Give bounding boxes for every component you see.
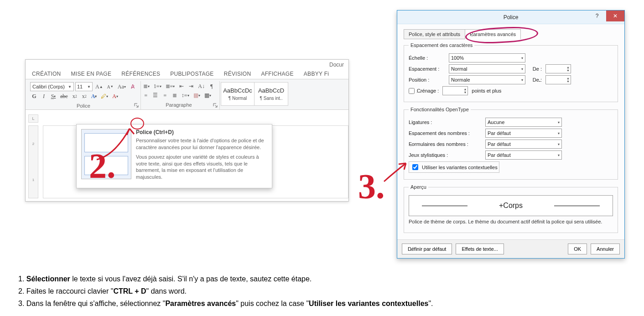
numforms-combo[interactable]: Par défaut ▾ bbox=[485, 140, 562, 149]
decrease-indent-icon[interactable]: ⇤ bbox=[177, 82, 186, 90]
contextual-alternates-checkbox[interactable] bbox=[412, 164, 418, 170]
dialog-title: Police bbox=[504, 14, 519, 21]
line-spacing-icon[interactable]: ↕≡▾ bbox=[180, 91, 191, 99]
ligatures-combo[interactable]: Aucune ▾ bbox=[485, 118, 562, 127]
increase-indent-icon[interactable]: ⇥ bbox=[187, 82, 195, 90]
apercu-legend: Aperçu bbox=[409, 184, 428, 190]
scale-label: Échelle : bbox=[409, 55, 445, 61]
vertical-ruler: 2 1 bbox=[28, 125, 38, 198]
ok-button[interactable]: OK bbox=[568, 243, 587, 254]
instruction-2: 2. Faites le raccourci clavier "CTRL + D… bbox=[18, 285, 433, 297]
position-value: Normale bbox=[451, 77, 470, 83]
tab-creation[interactable]: CRÉATION bbox=[32, 71, 61, 77]
subscript-button[interactable]: x2 bbox=[71, 92, 79, 100]
spacing-combo[interactable]: Normal ▾ bbox=[449, 64, 525, 73]
font-size-value: 11 bbox=[77, 84, 83, 89]
text-effects-button[interactable]: Effets de texte... bbox=[456, 243, 504, 254]
strike-button[interactable]: abc bbox=[59, 92, 69, 100]
kerning-label: Crénage : bbox=[417, 88, 439, 93]
show-marks-icon[interactable]: ¶ bbox=[208, 82, 216, 90]
group-espacement: Espacement des caractères Échelle : 100%… bbox=[404, 42, 618, 102]
text-effects-icon[interactable]: A ▾ bbox=[90, 92, 99, 100]
bold-button[interactable]: G bbox=[30, 92, 38, 100]
align-right-icon[interactable]: ≡ bbox=[161, 91, 169, 99]
kerning-checkbox[interactable] bbox=[409, 88, 415, 94]
decrease-font-icon[interactable]: A▼ bbox=[106, 83, 115, 91]
justify-icon[interactable]: ≣ bbox=[171, 91, 179, 99]
preview-line bbox=[554, 206, 600, 206]
tab-miseenpage[interactable]: MISE EN PAGE bbox=[71, 71, 112, 77]
tab-abbyy[interactable]: ABBYY Fi bbox=[304, 71, 329, 77]
shading-icon[interactable]: ▩▾ bbox=[192, 91, 202, 99]
annotation-number-3: 3. bbox=[358, 169, 385, 204]
group-paragraphe-label: Paragraphe bbox=[142, 102, 216, 108]
word-ribbon-panel: Docur CRÉATION MISE EN PAGE RÉFÉRENCES P… bbox=[25, 59, 349, 202]
group-apercu: Aperçu +Corps Police de thème de corps. … bbox=[404, 184, 618, 233]
chevron-down-icon: ▾ bbox=[558, 131, 560, 135]
launcher-icon bbox=[213, 103, 218, 108]
increase-font-icon[interactable]: A▲ bbox=[94, 83, 104, 91]
highlight-icon[interactable]: 🖊▾ bbox=[99, 92, 109, 100]
spacing-label: Espacement : bbox=[409, 66, 445, 72]
group-police-label: Police bbox=[30, 103, 137, 109]
tab-police-style[interactable]: Police, style et attributs bbox=[404, 29, 465, 39]
tab-publipostage[interactable]: PUBLIPOSTAGE bbox=[170, 71, 213, 77]
style-sans-interligne[interactable]: AaBbCcD ¶ Sans int.. bbox=[254, 82, 288, 106]
clear-formatting-icon[interactable]: A̷ bbox=[129, 83, 137, 91]
font-color-icon[interactable]: A▾ bbox=[111, 92, 119, 100]
position-combo[interactable]: Normale ▾ bbox=[449, 75, 525, 84]
tooltip-title: Police (Ctrl+D) bbox=[136, 129, 267, 135]
instruction-3: 3. Dans la fenêtre qui s'affiche, sélect… bbox=[18, 297, 433, 310]
sort-icon[interactable]: A↓ bbox=[197, 82, 206, 90]
page[interactable]: Police (Ctrl+D) Personnaliser votre text… bbox=[43, 125, 348, 198]
italic-button[interactable]: I bbox=[40, 92, 48, 100]
tab-revision[interactable]: RÉVISION bbox=[224, 71, 251, 77]
tooltip-paragraph: Personnaliser votre texte à l'aide d'opt… bbox=[136, 137, 267, 151]
font-size-combo[interactable]: 11 ▼ bbox=[75, 82, 93, 91]
numspacing-value: Par défaut bbox=[488, 130, 511, 136]
dialog-titlebar[interactable]: Police ? ✕ bbox=[397, 10, 624, 24]
help-button[interactable]: ? bbox=[588, 10, 606, 21]
scale-value: 100% bbox=[451, 55, 464, 61]
instruction-1: 1. Sélectionner le texte si vous l'avez … bbox=[18, 273, 433, 285]
group-styles: AaBbCcDc ¶ Normal AaBbCcD ¶ Sans int.. bbox=[220, 81, 292, 109]
font-name-combo[interactable]: Calibri (Corps) ▼ bbox=[30, 82, 74, 91]
underline-button[interactable]: S ▾ bbox=[49, 92, 57, 100]
styleset-value: Par défaut bbox=[488, 152, 511, 158]
set-default-button[interactable]: Définir par défaut bbox=[402, 243, 452, 254]
kerning-spinner[interactable]: ▲▼ bbox=[442, 86, 468, 95]
tab-references[interactable]: RÉFÉRENCES bbox=[121, 71, 160, 77]
style-normal[interactable]: AaBbCcDc ¶ Normal bbox=[221, 82, 254, 106]
de-label: De : bbox=[529, 66, 542, 72]
superscript-button[interactable]: x2 bbox=[80, 92, 88, 100]
chevron-down-icon: ▾ bbox=[558, 142, 560, 146]
align-left-icon[interactable]: ≡ bbox=[142, 91, 150, 99]
scale-combo[interactable]: 100% ▾ bbox=[449, 53, 525, 62]
chevron-down-icon: ▾ bbox=[558, 120, 560, 124]
tab-parametres-avances[interactable]: Paramètres avancés bbox=[465, 29, 521, 39]
borders-icon[interactable]: ▦▾ bbox=[203, 91, 213, 99]
cancel-button[interactable]: Annuler bbox=[591, 243, 620, 254]
align-center-icon[interactable]: ☰ bbox=[151, 91, 160, 99]
position-by-spinner[interactable]: ▲▼ bbox=[545, 75, 571, 84]
bullets-icon[interactable]: ≣▾ bbox=[142, 82, 151, 90]
ligatures-label: Ligatures : bbox=[409, 119, 482, 125]
close-button[interactable]: ✕ bbox=[606, 10, 624, 21]
paragraph-dialog-launcher[interactable] bbox=[212, 102, 218, 109]
chevron-down-icon: ▼ bbox=[87, 85, 91, 89]
spacing-by-spinner[interactable]: ▲▼ bbox=[545, 64, 571, 73]
document-body: 2 1 Police (Ctrl+D) Personnaliser votre … bbox=[26, 121, 348, 201]
change-case-icon[interactable]: Aa ▾ bbox=[116, 83, 127, 91]
ruler-corner: L bbox=[28, 114, 38, 123]
numspacing-combo[interactable]: Par défaut ▾ bbox=[485, 129, 562, 138]
numforms-label: Formulaires des nombres : bbox=[409, 141, 482, 147]
police-dialog-launcher[interactable] bbox=[133, 102, 140, 109]
font-name-value: Calibri (Corps) bbox=[32, 84, 65, 89]
multilevel-icon[interactable]: ≣≡▾ bbox=[164, 82, 177, 90]
tab-affichage[interactable]: AFFICHAGE bbox=[261, 71, 293, 77]
document-title: Docur bbox=[26, 60, 348, 68]
group-police: Calibri (Corps) ▼ 11 ▼ A▲ A▼ Aa ▾ A̷ G I… bbox=[29, 81, 141, 109]
styleset-combo[interactable]: Par défaut ▾ bbox=[485, 150, 562, 160]
numbering-icon[interactable]: 1≡▾ bbox=[152, 82, 163, 90]
preview-note: Police de thème de corps. Le thème du do… bbox=[409, 219, 613, 224]
